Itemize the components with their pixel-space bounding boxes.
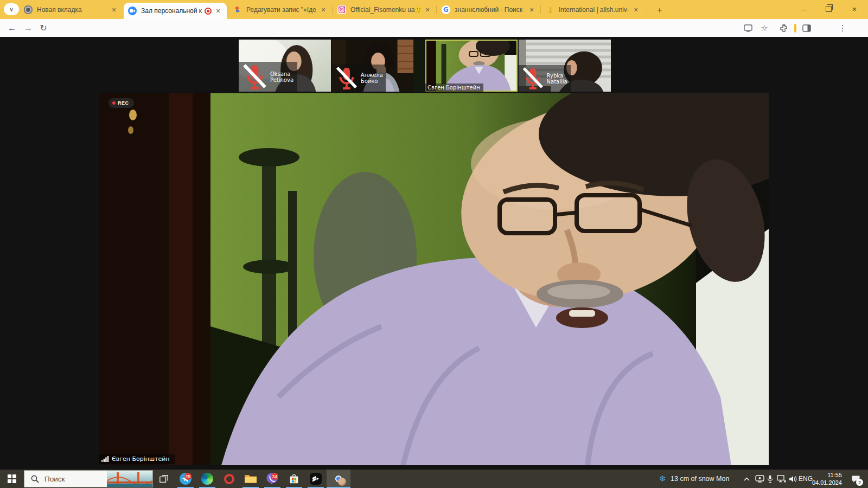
zoom-favicon-icon — [128, 7, 137, 15]
close-icon[interactable]: × — [631, 5, 640, 14]
windows-taskbar: 28 34 — [0, 470, 868, 488]
browser-menu-button[interactable]: ⋮ — [835, 19, 850, 37]
participant-thumbnail-rybka[interactable]: Rybka Nataliia — [519, 40, 611, 92]
tab-university-site[interactable]: International | allsh.univ-amu.fr × — [541, 0, 644, 19]
open-in-app-icon[interactable] — [741, 19, 755, 37]
muted-mic-icon — [521, 66, 545, 91]
tray-screen-record-icon[interactable] — [754, 470, 765, 488]
taskbar-app-telegram[interactable]: 28 — [175, 470, 196, 488]
window-close-button[interactable]: × — [842, 0, 867, 18]
viber-badge: 34 — [271, 473, 278, 480]
tab-title: Зал персональной конфер — [141, 7, 202, 15]
tab-edit-post[interactable]: Редагувати запис "«Ідея жерт × — [229, 0, 332, 19]
extensions-puzzle-icon[interactable] — [777, 19, 791, 37]
task-view-button[interactable] — [153, 470, 175, 488]
tab-title: знаннєлюбний - Поиск в Goog — [455, 6, 525, 14]
globe-favicon-icon — [24, 5, 33, 14]
telegram-icon: 28 — [179, 472, 192, 485]
search-input[interactable] — [43, 474, 103, 484]
notification-count-badge: 2 — [856, 479, 863, 486]
edge-icon — [201, 473, 213, 485]
taskbar-app-capcut[interactable] — [305, 470, 327, 488]
taskbar-app-microsoft-store[interactable] — [283, 470, 305, 488]
back-icon: ← — [8, 23, 16, 33]
participant-name: Євген Борінштейн — [427, 85, 480, 91]
close-icon: × — [852, 4, 857, 14]
tab-title: Редагувати запис "«Ідея жерт — [246, 6, 316, 14]
speaker-video-frame — [99, 93, 769, 465]
close-icon[interactable]: × — [319, 5, 328, 14]
muted-mic-icon — [334, 66, 359, 91]
instagram-favicon-icon — [337, 5, 346, 14]
participant-thumbnail-anzhela[interactable]: Анжела Бойко — [332, 40, 424, 92]
forward-button[interactable]: → — [21, 19, 36, 37]
window-restore-button[interactable] — [816, 0, 841, 18]
taskbar-app-opera[interactable] — [218, 470, 240, 488]
close-icon[interactable]: × — [214, 7, 222, 15]
tab-new-tab[interactable]: Новая вкладка × — [20, 0, 123, 19]
zoom-meeting-page: Oksana Petinova Анжела Бойко — [0, 37, 868, 470]
reload-button[interactable]: ↻ — [36, 19, 51, 37]
tab-separator — [228, 5, 228, 14]
windows-logo-icon — [8, 474, 16, 483]
tab-separator — [332, 5, 333, 14]
muted-mic-icon — [241, 63, 269, 91]
tray-speaker-icon[interactable] — [787, 470, 799, 488]
close-icon[interactable]: × — [527, 5, 536, 14]
main-speaker-name: Євген Борінштейн — [112, 455, 170, 463]
weather-text[interactable]: 13 cm of snow Mon — [671, 470, 729, 488]
tray-clock[interactable]: 11:55 04.01.2024 — [810, 472, 842, 487]
tray-microphone-icon[interactable] — [765, 470, 775, 488]
search-highlight-image — [107, 470, 152, 487]
taskbar-app-chrome[interactable] — [327, 470, 350, 488]
participant-name: Oksana Petinova — [270, 71, 294, 83]
participant-thumbnail-oksana[interactable]: Oksana Petinova — [239, 40, 331, 92]
tab-search-button[interactable]: ∨ — [4, 3, 19, 15]
participant-name-label: Rybka Nataliia — [519, 65, 571, 92]
tray-chevron-up-icon[interactable] — [741, 470, 752, 488]
chrome-icon — [332, 472, 345, 485]
taskbar-app-viber[interactable]: 34 — [261, 470, 283, 488]
telegram-badge: 28 — [184, 473, 192, 480]
tray-network-icon[interactable] — [775, 470, 788, 488]
back-button[interactable]: ← — [4, 19, 20, 37]
participant-name-label: Oksana Petinova — [239, 62, 297, 92]
tab-google-search[interactable]: G знаннєлюбний - Поиск в Goog × — [437, 0, 540, 19]
side-panel-icon[interactable] — [800, 19, 814, 37]
recording-indicator: REC — [108, 98, 134, 108]
taskbar-app-file-explorer[interactable] — [240, 470, 261, 488]
action-center-button[interactable]: 2 — [847, 470, 864, 488]
tab-separator — [540, 5, 541, 14]
capcut-icon — [310, 473, 322, 485]
tab-title: Новая вкладка — [37, 6, 107, 14]
bookmark-star-icon[interactable]: ☆ — [757, 19, 771, 37]
window-minimize-button[interactable]: – — [791, 0, 816, 18]
participant-thumbnail-yevhen[interactable]: Євген Борінштейн — [425, 40, 518, 92]
start-button[interactable] — [0, 470, 24, 488]
close-icon[interactable]: × — [423, 5, 432, 14]
main-speaker-video: REC Євген Борінштейн — [99, 93, 769, 465]
tab-title: Official_Fisomenku ua🙂🎓 (@ — [350, 6, 420, 14]
chevron-down-icon: ∨ — [9, 6, 14, 13]
chrome-profile-avatar — [338, 478, 346, 486]
restore-icon — [826, 6, 832, 12]
participant-name: Rybka Nataliia — [547, 73, 567, 85]
file-explorer-icon — [244, 473, 257, 484]
browser-tab-bar: ∨ Новая вкладка × Зал персональной конфе… — [0, 0, 868, 19]
plus-icon: + — [657, 5, 662, 15]
new-tab-button[interactable]: + — [653, 4, 666, 17]
weather-snow-icon[interactable]: ❄ — [656, 470, 668, 488]
tab-zoom-conference[interactable]: Зал персональной конфер × — [124, 3, 227, 19]
close-icon[interactable]: × — [110, 5, 118, 14]
task-view-icon — [159, 474, 169, 484]
tab-instagram[interactable]: Official_Fisomenku ua🙂🎓 (@ × — [333, 0, 436, 19]
participant-name: Анжела Бойко — [361, 72, 383, 84]
kebab-menu-icon: ⋮ — [839, 23, 847, 33]
taskbar-app-edge[interactable] — [196, 470, 218, 488]
opera-icon — [224, 474, 234, 484]
tray-time: 11:55 — [810, 472, 842, 479]
browser-toolbar: ← → ↻ app.zoom.us/wc/4804219915/join?fro… — [0, 19, 868, 37]
rec-label: REC — [118, 100, 129, 106]
taskbar-search-box[interactable] — [24, 470, 153, 487]
pinned-extension-icon[interactable] — [794, 24, 796, 33]
